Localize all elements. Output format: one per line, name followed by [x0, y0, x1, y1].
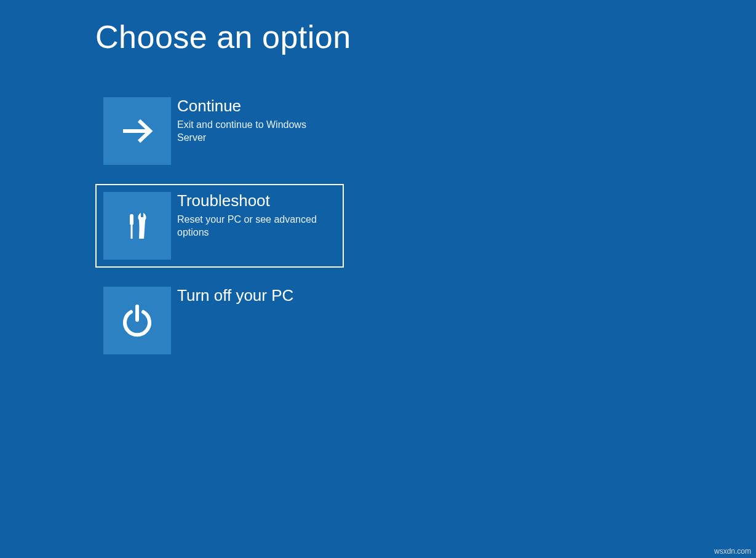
option-troubleshoot[interactable]: Troubleshoot Reset your PC or see advanc…: [95, 184, 344, 268]
svg-rect-1: [130, 214, 133, 225]
option-text: Troubleshoot Reset your PC or see advanc…: [171, 192, 336, 239]
option-continue[interactable]: Continue Exit and continue to Windows Se…: [95, 89, 344, 173]
arrow-right-icon: [119, 113, 155, 149]
option-title: Troubleshoot: [177, 192, 336, 210]
option-desc: Reset your PC or see advanced options: [177, 213, 336, 239]
option-turn-off[interactable]: Turn off your PC: [95, 279, 344, 362]
continue-icon-tile: [103, 97, 171, 165]
power-icon-tile: [103, 287, 171, 354]
recovery-options-screen: Choose an option Continue Exit and conti…: [0, 0, 756, 362]
page-title: Choose an option: [95, 18, 756, 55]
troubleshoot-icon-tile: [103, 192, 171, 260]
option-text: Turn off your PC: [171, 287, 293, 308]
option-title: Continue: [177, 97, 336, 116]
option-title: Turn off your PC: [177, 287, 293, 305]
watermark-text: wsxdn.com: [714, 547, 751, 556]
power-icon: [119, 303, 155, 338]
option-text: Continue Exit and continue to Windows Se…: [171, 97, 336, 144]
svg-rect-2: [131, 225, 133, 239]
option-desc: Exit and continue to Windows Server: [177, 119, 336, 145]
tools-icon: [119, 208, 155, 244]
options-list: Continue Exit and continue to Windows Se…: [95, 89, 756, 362]
